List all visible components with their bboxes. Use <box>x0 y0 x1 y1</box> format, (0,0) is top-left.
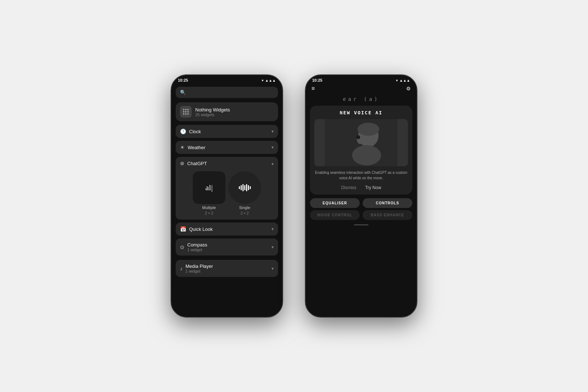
status-bar-2: 10:25 ▾ ▲▲▲ <box>306 75 417 84</box>
dot <box>185 113 187 115</box>
bass-enhance-tab[interactable]: BASS ENHANCE <box>363 210 412 220</box>
grid-dots-icon <box>183 109 189 115</box>
home-indicator <box>354 224 368 225</box>
camera-notch-1 <box>225 77 229 81</box>
compass-icon: ⊙ <box>180 244 184 250</box>
mediaplayer-icon: ♪ <box>180 266 183 271</box>
mediaplayer-sub: 1 widget <box>185 269 213 273</box>
ear-app-content: ≡ ⚙ ear (a) NEW VOICE AI <box>306 84 417 317</box>
person-silhouette <box>314 119 408 166</box>
dot <box>185 109 187 110</box>
brand-logo: ear (a) <box>306 95 417 106</box>
phone-1-screen: 10:25 ▾ ▲▲▲ 🔍 <box>171 75 282 317</box>
promo-description: Enabling seamless interaction with ChatG… <box>314 170 408 181</box>
weather-left: ☀ Weather <box>180 144 205 150</box>
clock-label: Clock <box>189 129 201 134</box>
svg-point-2 <box>358 123 379 136</box>
single-widget-preview <box>228 171 261 204</box>
svg-point-4 <box>352 145 381 166</box>
status-icons-2: ▾ ▲▲▲ <box>396 78 410 82</box>
equaliser-tab[interactable]: EQUALISER <box>310 198 360 208</box>
multiple-widget-size: 2 × 2 <box>205 211 213 215</box>
settings-icon[interactable]: ⚙ <box>406 86 411 91</box>
compass-row[interactable]: ⊙ Compass 1 widget ▾ <box>176 238 278 256</box>
wifi-icon: ▾ <box>262 78 264 82</box>
status-icons-1: ▾ ▲▲▲ <box>262 78 276 82</box>
status-time-1: 10:25 <box>178 78 188 82</box>
phone-2: 10:25 ▾ ▲▲▲ ≡ ⚙ ear (a) NEW VOICE AI <box>305 74 417 318</box>
nothing-widgets-icon <box>180 106 192 118</box>
mediaplayer-chevron-icon: ▾ <box>271 266 274 271</box>
mediaplayer-row[interactable]: ♪ Media Player 1 widget ▾ <box>176 260 278 277</box>
menu-icon[interactable]: ≡ <box>311 85 315 92</box>
voice-wave-icon <box>239 184 251 191</box>
bottom-extra-tabs: NOISE CONTROL BASS ENHANCE <box>306 210 417 223</box>
clock-chevron-icon: ▾ <box>271 129 274 134</box>
clock-left: 🕐 Clock <box>180 128 201 134</box>
multiple-widget-item[interactable]: al| Multiple 2 × 2 <box>193 171 225 215</box>
promo-title: NEW VOICE AI <box>314 110 408 115</box>
weather-chevron-icon: ▾ <box>271 145 274 150</box>
weather-row[interactable]: ☀ Weather ▾ <box>176 141 278 154</box>
compass-info: Compass 1 widget <box>187 242 207 252</box>
chatgpt-header[interactable]: ⊛ ChatGPT ▴ <box>176 157 278 170</box>
dot <box>187 113 189 115</box>
mediaplayer-info: Media Player 1 widget <box>185 264 213 273</box>
nothing-widgets-row[interactable]: Nothing Widgets 25 widgets <box>176 102 278 121</box>
compass-left: ⊙ Compass 1 widget <box>180 242 207 252</box>
camera-notch-2 <box>359 77 363 81</box>
compass-name: Compass <box>187 242 207 248</box>
single-widget-size: 2 × 2 <box>241 211 249 215</box>
nothing-widgets-name: Nothing Widgets <box>195 107 230 113</box>
compass-sub: 1 widget <box>187 248 207 252</box>
quicklook-icon: 📅 <box>180 226 186 232</box>
try-now-button[interactable]: Try Now <box>365 185 381 190</box>
signal-icon-2: ▲▲▲ <box>399 78 410 82</box>
chatgpt-section[interactable]: ⊛ ChatGPT ▴ al| Multiple 2 × 2 <box>176 157 278 220</box>
nothing-widgets-info: Nothing Widgets 25 widgets <box>195 107 230 117</box>
phone-1: 10:25 ▾ ▲▲▲ 🔍 <box>171 74 283 318</box>
promo-image <box>314 119 408 166</box>
dismiss-button[interactable]: Dismiss <box>341 185 356 190</box>
chatgpt-icon: ⊛ <box>180 160 184 166</box>
ai-text-icon: al| <box>205 183 213 192</box>
quicklook-chevron-icon: ▾ <box>271 226 274 232</box>
dot <box>185 111 187 113</box>
weather-label: Weather <box>188 145 205 150</box>
single-widget-label: Single <box>239 205 250 210</box>
nothing-widgets-count: 25 widgets <box>195 113 230 117</box>
person-illustration <box>325 119 397 166</box>
noise-control-tab[interactable]: NOISE CONTROL <box>310 210 360 220</box>
status-time-2: 10:25 <box>312 78 322 82</box>
search-bar[interactable]: 🔍 <box>176 87 278 98</box>
promo-actions: Dismiss Try Now <box>314 185 408 190</box>
multiple-widget-preview: al| <box>193 171 225 204</box>
quicklook-label: Quick Look <box>189 226 213 232</box>
widget-picker-content: 🔍 <box>171 84 282 317</box>
status-bar-1: 10:25 ▾ ▲▲▲ <box>171 75 282 84</box>
chatgpt-left: ⊛ ChatGPT <box>180 160 207 166</box>
dot <box>183 113 184 115</box>
chatgpt-label: ChatGPT <box>187 161 207 166</box>
bottom-tabs: EQUALISER CONTROLS <box>306 195 417 210</box>
mediaplayer-name: Media Player <box>185 264 213 269</box>
single-widget-item[interactable]: Single 2 × 2 <box>228 171 261 215</box>
clock-icon: 🕐 <box>180 128 186 134</box>
controls-tab[interactable]: CONTROLS <box>363 198 412 208</box>
promo-card: NEW VOICE AI <box>310 106 412 195</box>
svg-point-7 <box>357 136 359 138</box>
chatgpt-chevron-icon: ▴ <box>271 161 274 166</box>
chatgpt-widgets: al| Multiple 2 × 2 <box>176 170 278 220</box>
mediaplayer-left: ♪ Media Player 1 widget <box>180 264 213 273</box>
quicklook-row[interactable]: 📅 Quick Look ▾ <box>176 222 278 236</box>
dot <box>187 111 189 113</box>
dot <box>187 109 189 110</box>
ear-app-header: ≡ ⚙ <box>306 84 417 95</box>
clock-row[interactable]: 🕐 Clock ▾ <box>176 125 278 138</box>
wifi-icon-2: ▾ <box>396 78 398 82</box>
dot <box>183 111 184 113</box>
signal-icon: ▲▲▲ <box>265 78 276 82</box>
multiple-widget-label: Multiple <box>202 205 216 210</box>
search-icon: 🔍 <box>180 90 186 95</box>
phone-2-screen: 10:25 ▾ ▲▲▲ ≡ ⚙ ear (a) NEW VOICE AI <box>306 75 417 317</box>
